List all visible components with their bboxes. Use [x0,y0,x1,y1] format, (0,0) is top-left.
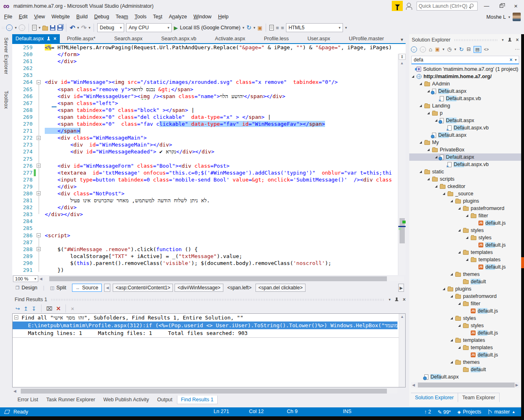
code-line[interactable]: 279 </div> [12,183,398,190]
code-editor[interactable]: 259<%= HTMLHelpers.ArrowPaging(Request.U… [12,44,406,275]
code-line[interactable]: 281 לא ניתן לשלוח הודעה למשתמש, מאחר שהכ… [12,197,398,204]
open-file-icon[interactable] [42,26,48,31]
tree-item[interactable]: Default.aspx [409,373,521,381]
fold-toggle[interactable]: − [37,233,41,237]
navigate-forward-icon[interactable]: → [19,24,25,31]
notifications-filter-button[interactable] [392,1,403,11]
code-line[interactable]: 268 <span tabindex="0" class="block" ></… [12,107,398,114]
code-line[interactable]: 280− <div class="NotPost"> [12,190,398,197]
forward-icon[interactable]: → [420,46,426,52]
menu-file[interactable]: File [1,13,15,20]
breadcrumb[interactable]: <span.left> [225,284,254,292]
split-view-button[interactable]: ◫Split [47,284,70,292]
menu-build[interactable]: Build [73,13,91,20]
tree-item[interactable]: default [409,278,521,285]
refresh-dropdown-icon[interactable]: ▾ [253,26,255,30]
restore-button[interactable] [496,2,507,11]
tree-item[interactable]: default.js [409,219,521,227]
solution-platform-dropdown[interactable]: Any CPU▾ [126,23,172,32]
scroll-left-icon[interactable]: ◀ [12,389,17,393]
save-all-icon[interactable] [57,25,63,31]
code-line[interactable]: 287 [12,239,398,246]
collapse-all-icon[interactable]: ⊟ [467,46,471,52]
tree-item[interactable]: Default.aspx [409,117,521,124]
code-line[interactable]: 260 </form> [12,51,398,58]
code-line[interactable]: 270 <span tabindex="0" class="fav clicka… [12,120,398,127]
toolbox-vertical-tab[interactable]: Toolbox [3,91,9,109]
code-line[interactable]: 267 <span class="left"> [12,100,398,107]
close-tab-icon[interactable]: × [53,36,56,42]
window-menu-icon[interactable]: ▾ [389,298,391,302]
indent-list-icon[interactable]: ≡ [276,25,279,31]
refresh-icon[interactable]: ↻ [247,24,252,31]
solution-config-dropdown[interactable]: Debug▾ [97,23,124,32]
breadcrumb[interactable]: <asp:Content#Content1> [113,284,173,292]
tree-item[interactable]: PrivateBox [409,146,521,153]
search-options-icon[interactable]: ▾ [515,58,517,62]
menu-test[interactable]: Test [150,13,166,20]
quick-launch-input[interactable] [419,3,469,9]
switch-views-dropdown-icon[interactable]: ▾ [443,47,445,51]
tree-item[interactable]: AAdmin [409,80,521,88]
tree-item[interactable]: Default.aspx.vb [409,124,521,131]
projects-button[interactable]: ◈Projects [457,409,481,415]
home-icon[interactable]: ⌂ [429,46,432,52]
breadcrumb[interactable]: <div#WinMessage> [175,284,223,292]
design-view-button[interactable]: ❐Design [12,284,41,292]
menu-website[interactable]: Website [48,13,73,20]
previous-location-icon[interactable]: ↥ [24,306,28,312]
pin-icon[interactable] [395,297,399,302]
editor-vertical-scrollbar[interactable]: ⇕ ▲ ▼ [398,54,406,275]
redo-icon[interactable]: ↷ [81,24,86,32]
scroll-right-icon[interactable]: ▶ [514,383,520,387]
code-line[interactable]: 291 }) [12,267,398,273]
code-line[interactable]: 284 [12,218,398,225]
browser-link-icon[interactable]: ▣ [258,25,262,31]
comment-lines-icon[interactable]: ≡ [281,25,284,31]
tree-item[interactable]: http://matimim.home.a7.org/ [409,73,521,80]
tree-item[interactable]: static [409,168,521,175]
tree-item[interactable]: Solution 'matimim.home.a7.org' (1 projec… [409,66,521,73]
solution-search-input[interactable] [414,57,509,63]
tree-item[interactable]: Default.aspx.vb [409,95,521,102]
avatar[interactable] [513,13,521,21]
tree-item[interactable]: styles [409,315,521,322]
view-code-icon[interactable]: <> [484,47,489,52]
tree-item[interactable]: templates [409,249,521,256]
delete-icon[interactable]: ✕ [56,305,61,312]
git-branch-button[interactable]: master▲ [488,409,515,415]
tree-item[interactable]: default.js [409,329,521,337]
tree-item[interactable]: pastefromword [409,293,521,300]
tree-item[interactable]: Default.aspx [409,131,521,139]
redo-dropdown-icon[interactable]: ▾ [89,26,91,30]
code-line[interactable]: 263 [12,72,398,79]
scrollbar-thumb[interactable] [49,276,387,281]
save-icon[interactable] [50,25,55,31]
tree-item[interactable]: filter [409,212,521,219]
code-line[interactable]: 286−<script> [12,232,398,239]
document-tab[interactable]: UProfile.master [345,34,387,43]
minimize-button[interactable]: — [481,2,492,11]
find-result-row[interactable]: E:\inetpub\matimim\Profile.aspx(312):if … [13,322,397,329]
find-results-list[interactable]: − Find all "זהו מסך אישי", Subfolders, F… [12,313,406,387]
server-explorer-vertical-tab[interactable]: Server Explorer [3,37,9,74]
tree-item[interactable]: plugins [409,285,521,293]
tree-item[interactable]: templates [409,337,521,344]
code-line[interactable]: 278 <input type=button tabindex=0 class=… [12,176,398,183]
tree-item[interactable]: styles [409,234,521,241]
scrollbar-thumb[interactable] [21,389,387,394]
menu-debug[interactable]: Debug [91,13,112,20]
tree-item[interactable]: pastefromword [409,205,521,212]
menu-help[interactable]: Help [215,13,232,20]
solution-search-box[interactable]: × ▾ [411,56,519,64]
scroll-up-icon[interactable]: ▲ [399,315,405,319]
code-line[interactable]: 265 <span class="remove y">נכנס לדואר &g… [12,86,398,93]
tree-item[interactable]: filter [409,300,521,307]
document-tab[interactable]: Search.aspx.vb [158,34,199,43]
collapse-results-icon[interactable]: − [14,315,18,319]
code-line[interactable]: 271 </span> [12,127,398,134]
window-menu-icon[interactable]: ▾ [502,38,504,42]
scroll-up-icon[interactable]: ▲ [398,61,406,65]
tree-item[interactable]: Landing [409,102,521,109]
unpublished-edits[interactable]: ✎ 99* [438,409,451,415]
